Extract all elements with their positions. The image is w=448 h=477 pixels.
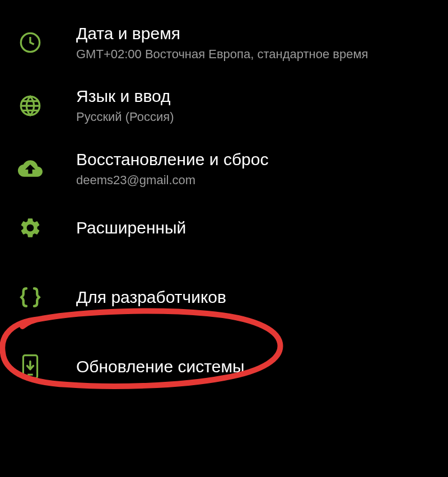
gear-icon — [17, 214, 44, 241]
settings-list: Дата и время GMT+02:00 Восточная Европа,… — [0, 0, 448, 395]
settings-item-developer[interactable]: Для разработчиков — [0, 256, 448, 339]
settings-item-title: Восстановление и сброс — [76, 149, 268, 170]
settings-item-title: Язык и ввод — [76, 86, 174, 106]
settings-item-title: Дата и время — [76, 24, 368, 44]
settings-item-title: Расширенный — [76, 218, 186, 238]
settings-item-title: Для разработчиков — [76, 287, 226, 307]
settings-item-title: Обновление системы — [76, 357, 245, 377]
settings-item-date-time[interactable]: Дата и время GMT+02:00 Восточная Европа,… — [0, 11, 448, 74]
clock-icon — [17, 29, 44, 56]
settings-item-system-update[interactable]: Обновление системы — [0, 339, 448, 395]
braces-icon — [17, 284, 44, 311]
settings-item-subtitle: Русский (Россия) — [76, 110, 174, 124]
cloud-upload-icon — [17, 155, 44, 182]
settings-item-advanced[interactable]: Расширенный — [0, 200, 448, 256]
settings-item-backup-reset[interactable]: Восстановление и сброс deems23@gmail.com — [0, 137, 448, 200]
settings-item-subtitle: deems23@gmail.com — [76, 173, 268, 188]
globe-icon — [17, 92, 44, 119]
settings-item-subtitle: GMT+02:00 Восточная Европа, стандартное … — [76, 47, 368, 62]
settings-item-language[interactable]: Язык и ввод Русский (Россия) — [0, 74, 448, 137]
system-update-icon — [17, 353, 44, 380]
